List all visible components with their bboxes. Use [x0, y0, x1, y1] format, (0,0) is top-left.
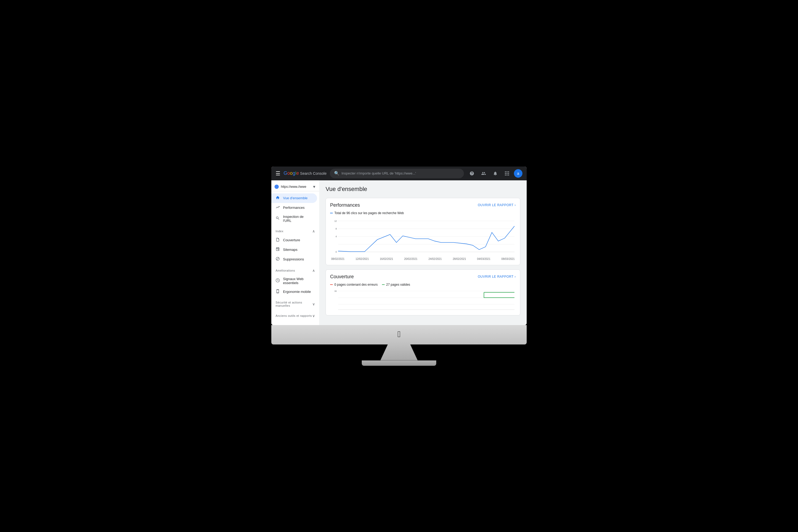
top-navigation-bar: ☰ Google Search Console 🔍 Inspecter n'im… — [271, 167, 527, 180]
legend-clicks: Total de 96 clics sur les pages de reche… — [330, 211, 404, 215]
page-area: Vue d'ensemble Performances OUVRIR LE RA… — [319, 180, 527, 325]
couverture-card-title: Couverture — [330, 274, 354, 280]
mobile-icon — [276, 289, 280, 294]
notifications-icon[interactable] — [491, 169, 500, 178]
user-avatar[interactable]: a — [514, 169, 522, 178]
legend-errors-label: 0 pages contenant des erreurs — [334, 283, 378, 286]
sidebar-item-sitemaps[interactable]: Sitemaps — [271, 245, 317, 254]
search-icon: 🔍 — [334, 171, 339, 176]
sidebar-item-couverture[interactable]: Couverture — [271, 235, 317, 245]
anciens-collapse-icon: ∨ — [312, 314, 315, 318]
x-label-4: 20/02/2021 — [404, 258, 417, 261]
site-url: https://www.//wwe — [281, 185, 310, 189]
sidebar-label-suppressions: Suppressions — [283, 257, 304, 261]
section-header-anciens-outils[interactable]: Anciens outils et rapports ∨ — [271, 311, 319, 320]
x-label-6: 28/02/2021 — [453, 258, 466, 261]
performances-card: Performances OUVRIR LE RAPPORT › Total d… — [326, 198, 520, 265]
sidebar-label-sitemaps: Sitemaps — [283, 248, 298, 252]
section-collapse-icon: ∧ — [312, 229, 315, 233]
section-label-anciens-outils: Anciens outils et rapports — [276, 314, 312, 317]
chart-svg: 12 8 4 0 — [330, 218, 516, 255]
section-header-securite[interactable]: Sécurité et actions manuelles ∨ — [271, 299, 319, 309]
sitemap-icon — [276, 247, 280, 252]
url-search-bar[interactable]: 🔍 Inspecter n'importe quelle URL de 'htt… — [330, 169, 464, 178]
x-label-1: 08/02/2021 — [331, 258, 344, 261]
apps-icon[interactable] — [502, 169, 512, 178]
sidebar-item-performances[interactable]: Performances — [271, 203, 317, 212]
search-input[interactable]: Inspecter n'importe quelle URL de 'https… — [342, 171, 460, 175]
sidebar-item-inspection-url[interactable]: Inspection de l'URL — [271, 212, 317, 225]
couverture-card-header: Couverture OUVRIR LE RAPPORT › — [330, 274, 516, 280]
legend-red-dot — [330, 284, 333, 285]
couverture-chart: 30 — [330, 290, 516, 311]
couverture-legend: 0 pages contenant des erreurs 27 pages v… — [330, 283, 516, 286]
file-icon — [276, 238, 280, 243]
account-icon[interactable] — [479, 169, 488, 178]
home-icon — [276, 195, 280, 201]
performances-legend: Total de 96 clics sur les pages de reche… — [330, 211, 516, 215]
svg-text:30: 30 — [334, 290, 337, 292]
couverture-chart-svg: 30 — [330, 290, 516, 311]
hamburger-menu-icon[interactable]: ☰ — [276, 170, 280, 177]
x-label-3: 16/02/2021 — [380, 258, 393, 261]
x-label-2: 12/02/2021 — [355, 258, 369, 261]
legend-green-dot — [382, 284, 385, 285]
performances-chart: 12 8 4 0 08/02/2021 12/02/2021 — [330, 218, 516, 261]
sidebar-label-couverture: Couverture — [283, 238, 300, 242]
sidebar-label-ergonomie-mobile: Ergonomie mobile — [283, 290, 311, 294]
block-icon — [276, 257, 280, 262]
apple-logo:  — [397, 329, 401, 339]
main-content: https://www.//wwe ▼ Vue d'ensemble Perfo… — [271, 180, 527, 325]
top-bar-actions: a — [467, 169, 522, 178]
monitor-back:  — [271, 325, 527, 344]
sidebar-label-signaux-web: Signaux Web essentiels — [283, 277, 313, 285]
sidebar-label-vue-ensemble: Vue d'ensemble — [283, 196, 307, 200]
x-label-8: 08/03/2021 — [501, 258, 515, 261]
section-label-securite: Sécurité et actions manuelles — [276, 301, 312, 307]
page-title: Vue d'ensemble — [326, 186, 520, 193]
svg-text:8: 8 — [336, 227, 337, 230]
legend-valid-label: 27 pages valides — [386, 283, 410, 286]
dropdown-arrow-icon: ▼ — [312, 185, 316, 189]
section-header-ameliorations[interactable]: Améliorations ∧ — [271, 266, 319, 275]
svg-text:4: 4 — [336, 235, 337, 238]
help-icon[interactable] — [467, 169, 477, 178]
couverture-report-link[interactable]: OUVRIR LE RAPPORT › — [478, 275, 516, 279]
sidebar-item-vue-ensemble[interactable]: Vue d'ensemble — [271, 193, 317, 203]
monitor-base — [362, 360, 436, 366]
couverture-card: Couverture OUVRIR LE RAPPORT › 0 pages c… — [326, 269, 520, 316]
search-icon — [276, 216, 280, 221]
svg-text:12: 12 — [334, 220, 337, 222]
ameliorations-collapse-icon: ∧ — [312, 268, 315, 273]
x-label-7: 04/03/2021 — [477, 258, 490, 261]
section-header-index[interactable]: Index ∧ — [271, 227, 319, 235]
legend-valid: 27 pages valides — [382, 283, 410, 286]
sidebar: https://www.//wwe ▼ Vue d'ensemble Perfo… — [271, 180, 319, 325]
svg-text:0: 0 — [336, 251, 337, 253]
performances-report-link[interactable]: OUVRIR LE RAPPORT › — [478, 203, 516, 207]
web-vitals-icon — [276, 278, 280, 284]
sidebar-item-ergonomie-mobile[interactable]: Ergonomie mobile — [271, 287, 317, 297]
sidebar-item-signaux-web[interactable]: Signaux Web essentiels — [271, 275, 317, 287]
performances-card-title: Performances — [330, 203, 360, 208]
legend-errors: 0 pages contenant des erreurs — [330, 283, 378, 286]
chart-x-labels: 08/02/2021 12/02/2021 16/02/2021 20/02/2… — [330, 258, 516, 261]
app-logo: Google Search Console — [284, 171, 327, 176]
legend-blue-dot — [330, 213, 333, 213]
sidebar-label-inspection-url: Inspection de l'URL — [283, 215, 313, 223]
section-label-index: Index — [276, 230, 283, 233]
trending-up-icon — [276, 205, 280, 210]
site-selector[interactable]: https://www.//wwe ▼ — [271, 183, 319, 191]
monitor-neck — [380, 344, 418, 360]
section-label-ameliorations: Améliorations — [276, 269, 295, 272]
sidebar-label-performances: Performances — [283, 206, 305, 210]
x-label-5: 24/02/2021 — [429, 258, 442, 261]
sidebar-item-suppressions[interactable]: Suppressions — [271, 254, 317, 264]
performances-card-header: Performances OUVRIR LE RAPPORT › — [330, 203, 516, 208]
site-favicon — [274, 185, 279, 189]
securite-collapse-icon: ∨ — [312, 302, 315, 306]
app-name: Search Console — [300, 171, 327, 175]
legend-clicks-label: Total de 96 clics sur les pages de reche… — [334, 211, 404, 215]
